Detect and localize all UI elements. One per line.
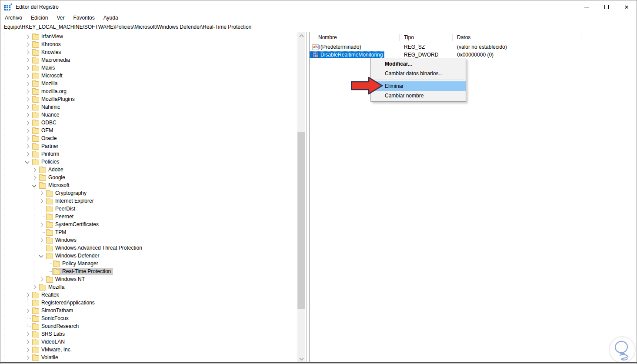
tree-item[interactable]: Knowles — [0, 48, 297, 56]
tree-item[interactable]: RegisteredApplications — [0, 299, 297, 307]
tree-expander[interactable] — [31, 283, 38, 291]
tree-item[interactable]: Windows — [0, 236, 297, 244]
tree-expander[interactable] — [24, 95, 31, 103]
tree-scrollbar[interactable] — [297, 32, 305, 362]
tree-expander[interactable] — [24, 307, 31, 314]
tree-expander[interactable] — [24, 299, 31, 307]
registry-value-row[interactable]: ab (Predeterminado) REG_SZ (valor no est… — [310, 43, 636, 51]
tree-expander[interactable] — [38, 252, 45, 260]
tree-item[interactable]: Mozilla — [0, 80, 297, 87]
tree-item[interactable]: Policies — [0, 158, 297, 166]
tree-expander[interactable] — [24, 40, 31, 48]
tree-expander[interactable] — [38, 189, 45, 197]
tree-item[interactable]: SimonTatham — [0, 307, 297, 314]
maximize-button[interactable] — [597, 0, 617, 13]
tree-item[interactable]: Peernet — [0, 213, 297, 220]
tree-expander[interactable] — [38, 236, 45, 244]
context-menu-item-cambiar-nombre[interactable]: Cambiar nombre — [371, 91, 466, 100]
tree-item[interactable]: Real-Time Protection — [0, 267, 297, 275]
tree-expander[interactable] — [24, 150, 31, 158]
tree-item[interactable]: Piriform — [0, 150, 297, 158]
tree-expander[interactable] — [24, 87, 31, 95]
tree-item[interactable]: Cryptography — [0, 189, 297, 197]
tree-expander[interactable] — [31, 181, 38, 189]
tree-item[interactable]: SoundResearch — [0, 322, 297, 330]
context-menu-item-cambiar-datos-binarios[interactable]: Cambiar datos binarios... — [371, 69, 466, 78]
address-bar-input[interactable]: Equipo\HKEY_LOCAL_MACHINE\SOFTWARE\Polic… — [0, 23, 637, 32]
tree-item[interactable]: ODBC — [0, 119, 297, 127]
context-menu-item-eliminar[interactable]: Eliminar — [371, 81, 466, 91]
tree-item[interactable]: Partner — [0, 142, 297, 150]
tree-expander[interactable] — [24, 111, 31, 119]
tree-item[interactable]: Maxis — [0, 64, 297, 72]
tree-expander[interactable] — [38, 220, 45, 228]
tree-item[interactable]: Policy Manager — [0, 260, 297, 267]
tree-expander[interactable] — [24, 103, 31, 111]
tree-expander[interactable] — [38, 205, 45, 213]
tree-item[interactable]: Realtek — [0, 291, 297, 299]
menu-ayuda[interactable]: Ayuda — [99, 13, 123, 23]
tree-item[interactable]: Nuance — [0, 111, 297, 119]
tree-item[interactable]: Microsoft — [0, 72, 297, 80]
tree-item[interactable]: Mozilla — [0, 283, 297, 291]
tree-expander[interactable] — [38, 244, 45, 252]
registry-value-row[interactable]: 011110 DisableRealtimeMonitoring REG_DWO… — [310, 51, 636, 59]
tree-expander[interactable] — [24, 142, 31, 150]
tree-item[interactable]: Volatile — [0, 354, 297, 361]
tree-item[interactable]: SRS Labs — [0, 330, 297, 338]
tree-expander[interactable] — [38, 275, 45, 283]
tree-expander[interactable] — [24, 72, 31, 80]
tree-item[interactable]: Nahimic — [0, 103, 297, 111]
tree-item[interactable]: VMware, Inc. — [0, 346, 297, 354]
tree-item[interactable]: Khronos — [0, 40, 297, 48]
tree-item[interactable]: Internet Explorer — [0, 197, 297, 205]
tree-item[interactable]: Windows Advanced Threat Protection — [0, 244, 297, 252]
menu-archivo[interactable]: Archivo — [0, 13, 27, 23]
tree-expander[interactable] — [24, 119, 31, 127]
tree-item[interactable]: Adobe — [0, 166, 297, 174]
tree-expander[interactable] — [24, 33, 31, 40]
scroll-down-button[interactable] — [297, 355, 305, 362]
tree-item[interactable]: VideoLAN — [0, 338, 297, 346]
panel-splitter[interactable] — [307, 32, 310, 362]
context-menu-item-modificar[interactable]: Modificar... — [371, 59, 466, 69]
tree-item[interactable]: OEM — [0, 127, 297, 134]
menu-ver[interactable]: Ver — [52, 13, 69, 23]
tree-item[interactable]: SonicFocus — [0, 314, 297, 322]
tree-expander[interactable] — [24, 64, 31, 72]
minimize-button[interactable] — [577, 0, 597, 13]
tree-expander[interactable] — [24, 354, 31, 361]
tree-expander[interactable] — [24, 56, 31, 64]
tree-item[interactable]: Google — [0, 174, 297, 181]
tree-item[interactable]: Oracle — [0, 134, 297, 142]
column-header-datos[interactable]: Datos — [453, 32, 581, 43]
tree-item[interactable]: IrfanView — [0, 33, 297, 40]
scroll-up-button[interactable] — [297, 32, 305, 40]
tree-expander[interactable] — [45, 267, 52, 275]
tree-item[interactable]: TPM — [0, 228, 297, 236]
tree-expander[interactable] — [24, 158, 31, 166]
tree-item[interactable]: PeerDist — [0, 205, 297, 213]
tree-expander[interactable] — [24, 338, 31, 346]
tree-expander[interactable] — [31, 166, 38, 174]
tree-expander[interactable] — [38, 228, 45, 236]
column-header-tipo[interactable]: Tipo — [400, 32, 453, 43]
tree-expander[interactable] — [38, 213, 45, 220]
tree-item[interactable]: Macromedia — [0, 56, 297, 64]
tree-expander[interactable] — [24, 48, 31, 56]
tree-expander[interactable] — [24, 330, 31, 338]
tree-expander[interactable] — [24, 80, 31, 87]
tree-item[interactable]: Microsoft — [0, 181, 297, 189]
tree-expander[interactable] — [24, 346, 31, 354]
menu-edicion[interactable]: Edición — [27, 13, 52, 23]
menu-favoritos[interactable]: Favoritos — [69, 13, 99, 23]
tree-item[interactable]: MozillaPlugins — [0, 95, 297, 103]
tree-item[interactable]: mozilla.org — [0, 87, 297, 95]
tree-item[interactable]: Windows Defender — [0, 252, 297, 260]
column-header-nombre[interactable]: Nombre — [310, 32, 400, 43]
scrollbar-thumb[interactable] — [297, 132, 305, 309]
tree-expander[interactable] — [24, 134, 31, 142]
tree-item[interactable]: Windows NT — [0, 275, 297, 283]
close-button[interactable]: ✕ — [617, 0, 637, 13]
tree-expander[interactable] — [24, 314, 31, 322]
